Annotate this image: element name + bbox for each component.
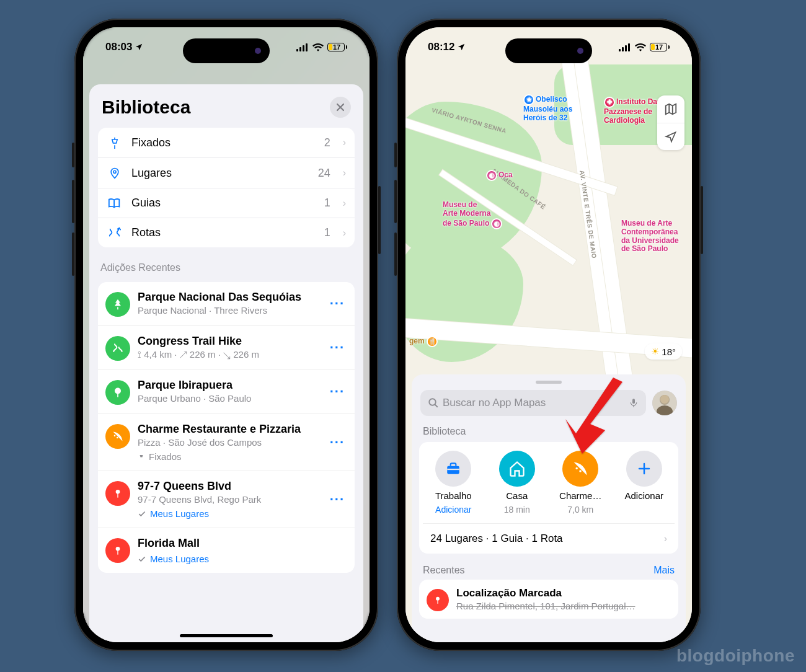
lib-item-casa[interactable]: Casa 18 min <box>487 451 548 515</box>
chevron-right-icon: › <box>343 198 346 209</box>
map-mode-button[interactable] <box>657 95 684 123</box>
recents-more-link[interactable]: Mais <box>653 565 675 576</box>
more-button[interactable]: ··· <box>327 340 347 356</box>
recent-subtitle: Parque Urbano · São Paulo <box>138 393 320 404</box>
weather-temp: 18° <box>662 347 676 357</box>
recent-tag: Meus Lugares <box>150 508 209 519</box>
row-rotas[interactable]: Rotas 1 › <box>98 218 355 247</box>
locate-me-button[interactable] <box>657 123 684 150</box>
microphone-icon[interactable] <box>629 397 639 409</box>
profile-avatar[interactable] <box>652 391 677 415</box>
weather-chip[interactable]: ☀︎ 18° <box>645 343 682 360</box>
recent-subtitle: 97-7 Queens Blvd, Rego Park <box>138 494 320 505</box>
lib-item-name: Casa <box>506 490 528 501</box>
search-icon <box>428 397 439 409</box>
lib-item-adicionar[interactable]: Adicionar <box>614 451 675 515</box>
recent-item[interactable]: Congress Trail Hike ⟟ 4,4 km · ↗ 226 m ·… <box>98 325 355 369</box>
row-guias[interactable]: Guias 1 › <box>98 188 355 218</box>
pin-icon <box>433 595 442 606</box>
more-button[interactable]: ··· <box>327 384 347 400</box>
place-icon <box>108 166 121 180</box>
poi-mac[interactable]: Museu de Arte Contemporânea da Universid… <box>621 219 679 254</box>
location-services-icon <box>135 43 143 51</box>
recent-item[interactable]: Parque Nacional Das Sequóias Parque Naci… <box>98 282 355 325</box>
poi-oca[interactable]: ◐Oca <box>486 170 513 181</box>
location-services-icon <box>457 43 466 51</box>
svg-rect-14 <box>628 43 630 51</box>
library-heading: Biblioteca <box>412 416 686 442</box>
lib-item-name: Charme… <box>559 490 601 501</box>
battery-indicator: 17 <box>650 43 670 51</box>
poi-obelisco[interactable]: ★Obelisco Mausoléu aos Heróis de 32 <box>523 94 572 123</box>
svg-rect-12 <box>622 47 624 51</box>
lib-item-sub[interactable]: Adicionar <box>435 505 471 515</box>
pin-icon <box>138 453 145 461</box>
recent-subtitle: Parque Nacional · Three Rivers <box>138 305 320 316</box>
row-label: Guias <box>131 197 316 210</box>
check-icon <box>138 555 146 564</box>
tree-icon <box>112 298 124 311</box>
lib-item-trabalho[interactable]: Trabalho Adicionar <box>423 451 484 515</box>
recent-item[interactable]: Charme Restaurante e Pizzaria Pizza · Sã… <box>98 413 355 471</box>
pin-icon <box>113 487 123 500</box>
pin-icon <box>108 136 121 149</box>
svg-rect-13 <box>625 45 627 51</box>
svg-rect-16 <box>632 399 635 404</box>
wifi-icon <box>312 43 324 51</box>
poi-gem[interactable]: gem 🍴 <box>409 336 439 347</box>
lib-item-sub: 18 min <box>504 505 530 515</box>
svg-rect-2 <box>303 45 304 51</box>
battery-indicator: 17 <box>327 43 347 51</box>
row-count: 2 <box>324 136 330 149</box>
watermark: blogdoiphone <box>676 646 795 666</box>
recent-item[interactable]: 97-7 Queens Blvd 97-7 Queens Blvd, Rego … <box>98 471 355 528</box>
pizza-icon <box>112 430 124 443</box>
recent-location-row[interactable]: Localização Marcada Rua Zilda Pimentel, … <box>419 580 678 619</box>
svg-point-23 <box>436 596 440 600</box>
cellular-icon <box>296 43 309 51</box>
home-indicator[interactable] <box>180 634 273 637</box>
library-summary: 24 Lugares · 1 Guia · 1 Rota <box>430 533 563 545</box>
more-button[interactable]: ··· <box>327 435 347 451</box>
svg-rect-22 <box>448 469 460 470</box>
lib-item-name: Adicionar <box>624 490 663 501</box>
dynamic-island <box>183 38 270 63</box>
category-list: Fixados 2 › Lugares 24 › Guias 1 › <box>98 128 355 247</box>
pizza-icon <box>572 460 589 477</box>
svg-rect-0 <box>296 49 298 51</box>
recent-loc-title: Localização Marcada <box>456 587 671 599</box>
library-card: Trabalho Adicionar Casa 18 min Charme… 7… <box>419 442 678 554</box>
close-icon <box>336 103 345 112</box>
chevron-right-icon: › <box>343 228 346 239</box>
recent-tag: Fixados <box>149 451 182 462</box>
svg-rect-8 <box>117 493 118 498</box>
lib-item-charme[interactable]: Charme… 7,0 km <box>550 451 611 515</box>
search-field[interactable]: Buscar no App Mapas <box>420 390 646 416</box>
dynamic-island <box>505 38 592 63</box>
poi-mam[interactable]: Museu de Arte Moderna de São Paulo◐ <box>443 201 503 229</box>
recent-title: 97-7 Queens Blvd <box>138 480 320 493</box>
row-lugares[interactable]: Lugares 24 › <box>98 157 355 188</box>
more-button[interactable]: ··· <box>327 296 347 312</box>
svg-rect-1 <box>299 47 301 51</box>
search-placeholder: Buscar no App Mapas <box>443 397 625 409</box>
home-icon <box>508 460 526 477</box>
check-icon <box>138 510 146 518</box>
more-button[interactable]: ··· <box>327 492 347 508</box>
svg-rect-24 <box>437 600 438 604</box>
recent-item[interactable]: Parque Ibirapuera Parque Urbano · São Pa… <box>98 369 355 413</box>
row-fixados[interactable]: Fixados 2 › <box>98 128 355 157</box>
status-time: 08:03 <box>105 41 132 53</box>
recent-title: Florida Mall <box>138 537 347 550</box>
chevron-right-icon: › <box>343 167 346 179</box>
close-button[interactable] <box>330 97 351 118</box>
search-sheet[interactable]: Buscar no App Mapas Biblioteca Trabalho … <box>412 374 686 642</box>
route-icon <box>108 227 122 239</box>
row-label: Lugares <box>131 167 309 180</box>
recent-item[interactable]: Florida Mall Meus Lugares <box>98 528 355 573</box>
svg-point-20 <box>660 395 669 404</box>
sheet-grabber[interactable] <box>536 381 562 384</box>
library-summary-row[interactable]: 24 Lugares · 1 Guia · 1 Rota › <box>423 523 675 547</box>
svg-point-5 <box>115 388 121 394</box>
library-sheet: Biblioteca Fixados 2 › Lugares 24 › <box>89 84 363 642</box>
